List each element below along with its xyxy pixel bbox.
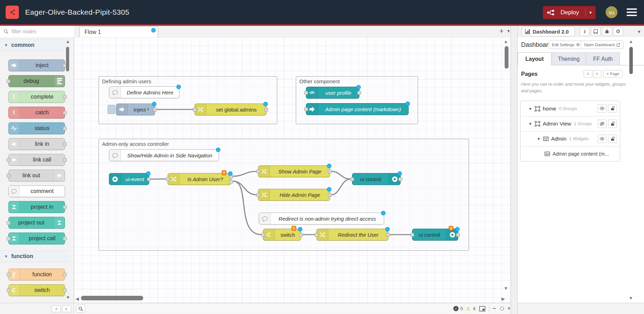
node-hide-admin-page[interactable]: Hide Admin Page — [258, 189, 330, 201]
zoom-reset-button[interactable] — [500, 303, 504, 314]
expand-all-button[interactable]: » — [593, 70, 602, 78]
port[interactable] — [7, 158, 10, 162]
node-show-admin-page[interactable]: Show Admin Page — [258, 165, 330, 177]
visibility-toggle-button[interactable] — [598, 135, 607, 143]
palette-node-function[interactable]: f function — [8, 269, 65, 280]
tree-row-admin-view[interactable]: ▼ Admin View 1 Groups — [521, 116, 620, 131]
palette-node-catch[interactable]: ! catch — [8, 107, 65, 119]
node-inject[interactable]: inject ¹ — [116, 104, 155, 115]
port[interactable] — [63, 127, 67, 130]
palette-node-project-out[interactable]: project out — [8, 217, 65, 229]
expand-all-categories-button[interactable]: » — [62, 305, 71, 312]
collapse-all-button[interactable]: » — [584, 70, 592, 78]
main-menu-icon[interactable] — [627, 8, 637, 16]
palette-section-common[interactable]: ▼ common — [0, 39, 69, 51]
node-ui-control-top[interactable]: ui control — [352, 173, 401, 185]
palette-node-debug[interactable]: debug — [8, 75, 65, 87]
scroll-right-icon[interactable]: ▶ — [502, 297, 505, 301]
node-ui-event[interactable]: ui-event — [109, 173, 149, 185]
flow-canvas[interactable]: Defining admin users Define Admins Here … — [74, 37, 511, 303]
info-tab-button[interactable]: i — [580, 27, 590, 36]
palette-node-inject[interactable]: inject — [8, 59, 65, 71]
input-port[interactable] — [315, 233, 319, 237]
tab-theming[interactable]: Theming — [552, 52, 586, 65]
edit-settings-button[interactable]: Edit Settings ⚙ — [549, 41, 583, 49]
port[interactable] — [63, 288, 67, 292]
visibility-toggle-button[interactable] — [598, 104, 607, 113]
palette-node-switch[interactable]: switch — [8, 284, 65, 296]
input-port[interactable] — [350, 177, 354, 181]
help-tab-button[interactable] — [591, 27, 601, 36]
search-flows-button[interactable] — [76, 305, 85, 313]
input-port[interactable] — [304, 91, 308, 95]
port[interactable] — [63, 273, 67, 277]
scroll-down-icon[interactable]: ▼ — [504, 286, 508, 291]
palette-node-link-call[interactable]: link call — [8, 154, 65, 166]
chevron-down-icon[interactable]: ▼ — [528, 122, 532, 126]
input-port[interactable] — [166, 177, 170, 181]
debug-tab-button[interactable] — [602, 27, 612, 36]
scroll-up-icon[interactable]: ▲ — [504, 39, 508, 44]
output-port[interactable] — [153, 108, 157, 112]
palette-scroll-down-icon[interactable]: ▼ — [66, 295, 70, 300]
tab-ff-auth[interactable]: FF Auth — [586, 52, 620, 65]
lock-toggle-button[interactable] — [608, 135, 617, 143]
tab-layout[interactable]: Layout — [518, 52, 551, 65]
port[interactable] — [63, 95, 67, 99]
palette-scrollbar-thumb[interactable] — [66, 47, 69, 71]
palette-node-project-call[interactable]: project call — [8, 233, 65, 244]
palette-section-function[interactable]: ▼ function — [0, 250, 69, 262]
comment-redirect-non-admin[interactable]: Redirect is non-admin trying direct acce… — [259, 213, 384, 224]
comment-show-hide-admin[interactable]: Show/Hide Admin in Side Navigation — [109, 149, 219, 161]
output-port[interactable] — [456, 233, 460, 237]
palette-node-comment[interactable]: comment — [8, 185, 65, 197]
output-port[interactable] — [328, 193, 332, 197]
output-port[interactable] — [147, 177, 151, 181]
deploy-button[interactable]: Deploy ▼ — [543, 6, 596, 19]
input-port[interactable] — [256, 193, 260, 197]
sidebar-splitter[interactable] — [511, 26, 518, 314]
port[interactable] — [63, 205, 67, 209]
visibility-toggle-button[interactable] — [598, 120, 607, 128]
output-port[interactable] — [398, 177, 402, 181]
add-page-button[interactable]: + Page — [603, 70, 623, 78]
zoom-out-button[interactable]: − — [492, 303, 496, 314]
input-port[interactable] — [193, 108, 197, 112]
navigator-toggle-button[interactable] — [479, 303, 485, 314]
output-port[interactable] — [264, 108, 268, 112]
input-port[interactable] — [410, 233, 414, 237]
tree-row-admin-page-content-widget[interactable]: Admin page content (m... — [521, 146, 620, 161]
tab-flow-1[interactable]: Flow 1 — [79, 27, 158, 37]
deploy-options-caret-icon[interactable]: ▼ — [586, 10, 595, 15]
sidebar-scroll-down-icon[interactable]: ▼ — [629, 296, 633, 300]
palette-node-project-in[interactable]: project in — [8, 201, 65, 213]
tree-row-admin-group[interactable]: ▼ Admin 1 Widgets — [521, 131, 620, 146]
port[interactable] — [7, 79, 10, 83]
input-port[interactable] — [256, 170, 260, 173]
output-port[interactable] — [299, 233, 303, 237]
input-port[interactable] — [304, 107, 308, 111]
node-user-profile[interactable]: </> user profile — [306, 87, 359, 99]
inject-trigger-button[interactable] — [108, 105, 115, 114]
node-ui-control-bottom[interactable]: ui control ! — [412, 229, 458, 241]
tab-dashboard-2[interactable]: Dashboard 2.0 — [522, 27, 575, 36]
palette-node-link-in[interactable]: link in — [8, 138, 65, 150]
output-port[interactable] — [357, 91, 361, 95]
scroll-left-icon[interactable]: ◀ — [75, 297, 79, 301]
port[interactable] — [63, 142, 67, 146]
port[interactable] — [7, 237, 10, 241]
chevron-down-icon[interactable]: ▼ — [537, 137, 541, 141]
node-is-admin-user[interactable]: Is Admin User? ! — [168, 173, 231, 185]
node-set-global-admins[interactable]: set global.admins — [195, 104, 266, 115]
port[interactable] — [63, 237, 67, 241]
port[interactable] — [7, 221, 10, 225]
output-port[interactable] — [386, 233, 390, 237]
lock-toggle-button[interactable] — [608, 104, 617, 113]
zoom-in-button[interactable]: + — [507, 303, 511, 314]
flow-list-caret-icon[interactable]: ▼ — [506, 29, 511, 34]
lock-toggle-button[interactable] — [608, 120, 617, 128]
collapse-all-categories-button[interactable]: » — [52, 305, 61, 312]
sidebar-tabs-caret-icon[interactable]: ▼ — [637, 29, 641, 34]
port[interactable] — [63, 111, 67, 115]
chevron-down-icon[interactable]: ▼ — [528, 107, 532, 111]
